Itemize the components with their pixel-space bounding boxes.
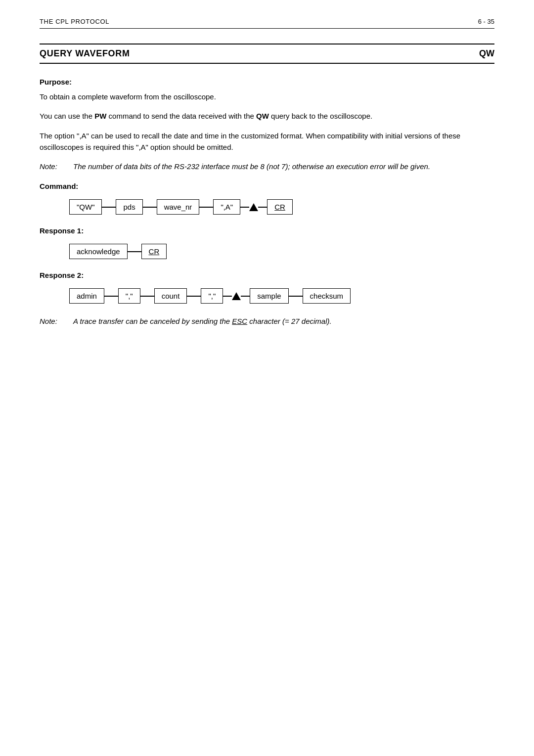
note2-label: Note: [40, 315, 65, 327]
purpose-para2: You can use the PW command to send the d… [40, 110, 494, 122]
note1-text-em: The number of data bits of the RS-232 in… [73, 162, 430, 171]
cmd-line4 [240, 207, 249, 208]
note2-text-em: A trace transfer can be canceled by send… [73, 317, 332, 325]
response2-diagram: admin "," count "," sample checksum [69, 288, 494, 304]
cmd-arrow-up [249, 203, 258, 211]
note2-text: A trace transfer can be canceled by send… [73, 315, 332, 327]
cmd-qw-box: "QW" [69, 199, 102, 215]
page: THE CPL PROTOCOL 6 - 35 QUERY WAVEFORM Q… [0, 0, 534, 756]
section-abbrev: QW [479, 48, 494, 59]
resp1-acknowledge-box: acknowledge [69, 244, 128, 259]
cmd-line3 [199, 207, 213, 208]
resp2-admin-box: admin [69, 288, 104, 304]
resp2-line1 [104, 296, 118, 297]
note1-text: The number of data bits of the RS-232 in… [73, 161, 430, 172]
resp2-line6 [289, 296, 303, 297]
response1-flow: acknowledge CR [69, 244, 494, 259]
resp2-line5 [241, 296, 250, 297]
resp2-comma2-box: "," [201, 288, 223, 304]
resp2-count-box: count [154, 288, 187, 304]
resp2-line2 [140, 296, 154, 297]
command-flow: "QW" pds wave_nr ",A" CR [69, 199, 494, 215]
purpose-para1: To obtain a complete waveform from the o… [40, 91, 494, 102]
purpose-label: Purpose: [40, 78, 494, 86]
qw-bold: QW [256, 112, 269, 120]
pw-bold: PW [94, 112, 106, 120]
response2-flow: admin "," count "," sample checksum [69, 288, 494, 304]
esc-text: ESC [232, 317, 247, 325]
resp2-arrow-up [232, 292, 241, 300]
note1-label: Note: [40, 161, 65, 172]
cmd-line2 [143, 207, 157, 208]
resp2-line4 [223, 296, 232, 297]
page-header: THE CPL PROTOCOL 6 - 35 [40, 18, 494, 29]
resp2-comma1-box: "," [118, 288, 140, 304]
response1-label: Response 1: [40, 226, 494, 235]
cmd-line1 [102, 207, 116, 208]
resp2-line3 [187, 296, 201, 297]
response1-diagram: acknowledge CR [69, 244, 494, 259]
resp2-sample-box: sample [250, 288, 288, 304]
note1-block: Note: The number of data bits of the RS-… [40, 161, 494, 172]
resp1-cr-box: CR [141, 244, 167, 259]
cmd-line5 [258, 207, 267, 208]
response2-label: Response 2: [40, 271, 494, 279]
header-right: 6 - 35 [478, 18, 494, 25]
command-diagram: "QW" pds wave_nr ",A" CR [69, 199, 494, 215]
command-label: Command: [40, 182, 494, 190]
section-title: QUERY WAVEFORM [40, 48, 130, 59]
section-title-bar: QUERY WAVEFORM QW [40, 44, 494, 64]
cmd-wavenr-box: wave_nr [157, 199, 200, 215]
purpose-para3: The option ",A" can be used to recall th… [40, 130, 494, 153]
cmd-cr-box: CR [267, 199, 293, 215]
resp2-checksum-box: checksum [303, 288, 351, 304]
cmd-comma-a-box: ",A" [213, 199, 240, 215]
cmd-pds-box: pds [116, 199, 142, 215]
note2-block: Note: A trace transfer can be canceled b… [40, 315, 494, 327]
resp1-line1 [128, 251, 141, 252]
header-left: THE CPL PROTOCOL [40, 18, 109, 25]
